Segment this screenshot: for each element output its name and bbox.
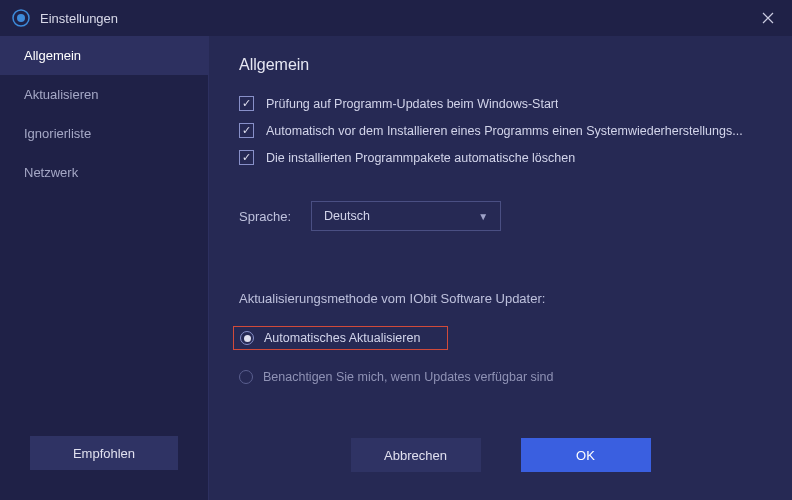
sidebar-item-aktualisieren[interactable]: Aktualisieren: [0, 75, 208, 114]
checkbox-delete-packages[interactable]: [239, 150, 254, 165]
chevron-down-icon: ▼: [478, 211, 488, 222]
sidebar-item-label: Netzwerk: [24, 165, 78, 180]
sidebar-item-ignorierliste[interactable]: Ignorierliste: [0, 114, 208, 153]
titlebar: Einstellungen: [0, 0, 792, 36]
check-label: Die installierten Programmpakete automat…: [266, 151, 575, 165]
check-label: Prüfung auf Programm-Updates beim Window…: [266, 97, 558, 111]
check-row-restore: Automatisch vor dem Installieren eines P…: [239, 123, 762, 138]
svg-point-1: [17, 14, 25, 22]
language-select[interactable]: Deutsch ▼: [311, 201, 501, 231]
radio-row-notify: Benachtigen Sie mich, wenn Updates verfü…: [239, 366, 762, 388]
close-icon: [762, 12, 774, 24]
update-method-label: Aktualisierungsmethode vom IObit Softwar…: [239, 291, 762, 306]
recommend-button[interactable]: Empfohlen: [30, 436, 178, 470]
radio-label: Automatisches Aktualisieren: [264, 331, 420, 345]
recommend-button-label: Empfohlen: [73, 446, 135, 461]
close-button[interactable]: [756, 6, 780, 30]
sidebar-item-label: Allgemein: [24, 48, 81, 63]
check-row-startup: Prüfung auf Programm-Updates beim Window…: [239, 96, 762, 111]
window-title: Einstellungen: [40, 11, 118, 26]
radio-label: Benachtigen Sie mich, wenn Updates verfü…: [263, 370, 553, 384]
check-row-delete-packages: Die installierten Programmpakete automat…: [239, 150, 762, 165]
language-row: Sprache: Deutsch ▼: [239, 201, 762, 231]
content-panel: Allgemein Prüfung auf Programm-Updates b…: [208, 36, 792, 500]
sidebar-item-label: Ignorierliste: [24, 126, 91, 141]
cancel-button[interactable]: Abbrechen: [351, 438, 481, 472]
check-label: Automatisch vor dem Installieren eines P…: [266, 124, 743, 138]
language-label: Sprache:: [239, 209, 291, 224]
radio-notify[interactable]: [239, 370, 253, 384]
cancel-button-label: Abbrechen: [384, 448, 447, 463]
language-select-value: Deutsch: [324, 209, 370, 223]
checkbox-restore[interactable]: [239, 123, 254, 138]
sidebar: Allgemein Aktualisieren Ignorierliste Ne…: [0, 36, 208, 500]
main-container: Allgemein Aktualisieren Ignorierliste Ne…: [0, 36, 792, 500]
app-logo-icon: [12, 9, 30, 27]
content-heading: Allgemein: [239, 56, 762, 74]
radio-auto-update[interactable]: [240, 331, 254, 345]
sidebar-item-label: Aktualisieren: [24, 87, 98, 102]
ok-button[interactable]: OK: [521, 438, 651, 472]
button-row: Abbrechen OK: [209, 438, 792, 472]
sidebar-item-allgemein[interactable]: Allgemein: [0, 36, 208, 75]
radio-row-auto: Automatisches Aktualisieren: [239, 322, 762, 354]
ok-button-label: OK: [576, 448, 595, 463]
sidebar-spacer: [0, 192, 208, 436]
radio-highlight-box: Automatisches Aktualisieren: [233, 326, 448, 350]
sidebar-item-netzwerk[interactable]: Netzwerk: [0, 153, 208, 192]
checkbox-startup[interactable]: [239, 96, 254, 111]
